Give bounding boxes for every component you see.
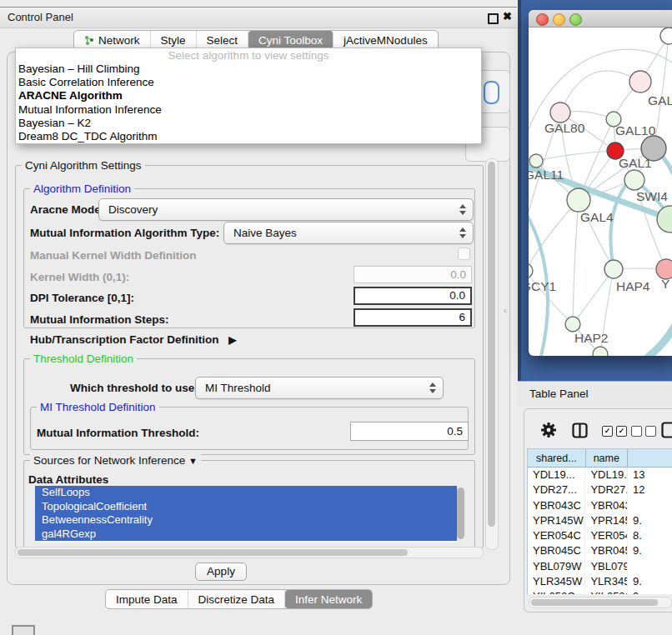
tab-select[interactable]: Select xyxy=(197,31,249,49)
hub-section-label: Hub/Transcription Factor Definition xyxy=(30,333,219,346)
network-node-gal80[interactable] xyxy=(550,102,570,122)
node-label-hap4: HAP4 xyxy=(616,279,650,293)
combo-focus-spinner[interactable] xyxy=(484,81,499,104)
table-cell: YBL079W xyxy=(585,559,628,574)
unchecked-pair-icon[interactable] xyxy=(631,426,656,437)
column-header-name[interactable]: name xyxy=(586,449,628,468)
checkbox-checked-icon: ✓ xyxy=(602,426,613,437)
network-view-window[interactable]: GALGAL80GAL10GAL1GAL11SWI4GAL4GCY1HAP4YH… xyxy=(529,10,672,356)
splitter-handle-icon[interactable]: ‹ xyxy=(504,305,507,315)
algorithm-option-list: Bayesian – Hill ClimbingBasic Correlatio… xyxy=(16,62,481,143)
checked-pair-icon[interactable]: ✓ ✓ xyxy=(602,426,627,437)
network-node-gal[interactable] xyxy=(629,71,651,92)
aracne-mode-select[interactable]: Discovery xyxy=(98,198,474,221)
node-table[interactable]: shared...name YDL19...YDL19...13YDR27...… xyxy=(527,448,672,594)
table-cell: 9. xyxy=(628,589,672,594)
mi-threshold-input[interactable]: 0.5 xyxy=(350,422,469,441)
mi-steps-input[interactable]: 6 xyxy=(354,308,472,327)
network-node-gal4[interactable] xyxy=(567,188,590,212)
data-attributes-list[interactable]: SelfLoopsTopologicalCoefficientBetweenne… xyxy=(35,486,457,542)
collapse-arrow-icon[interactable]: ▼ xyxy=(188,456,198,466)
which-threshold-label: Which threshold to use: xyxy=(70,382,198,394)
table-row[interactable]: YBR043CYBR043C xyxy=(528,498,672,513)
tab-style[interactable]: Style xyxy=(151,31,197,49)
kernel-width-label: Kernel Width (0,1): xyxy=(30,271,129,283)
bottom-tab-infer-network[interactable]: Infer Network xyxy=(285,590,372,608)
settings-vscrollbar[interactable] xyxy=(485,158,499,550)
table-hscrollbar[interactable] xyxy=(529,597,672,608)
tab-network[interactable]: Network xyxy=(74,31,151,49)
mi-type-select[interactable]: Naive Bayes xyxy=(223,222,474,244)
close-icon[interactable]: ✖ xyxy=(503,10,512,22)
column-header-shared[interactable]: shared... xyxy=(528,449,586,468)
network-node[interactable] xyxy=(593,347,608,356)
attribute-item-topologicalcoefficient[interactable]: TopologicalCoefficient xyxy=(35,500,457,514)
table-row[interactable]: YDL19...YDL19...13 xyxy=(528,468,672,482)
minimize-traffic-light-icon[interactable] xyxy=(553,13,565,26)
table-hscrollbar-thumb[interactable] xyxy=(531,599,658,606)
table-cell: YPR145W xyxy=(528,513,585,528)
algorithm-option-bayesian-hill-climbing[interactable]: Bayesian – Hill Climbing xyxy=(16,62,481,76)
attribute-item-gal4rgexp[interactable]: gal4RGexp xyxy=(35,528,457,542)
control-panel-titlebar: Control Panel ✖ xyxy=(0,7,517,28)
aracne-mode-value: Discovery xyxy=(108,199,158,220)
settings-hscrollbar-thumb[interactable] xyxy=(18,549,408,556)
gear-icon[interactable] xyxy=(540,422,557,438)
spinner-arrows-icon xyxy=(459,227,467,239)
manual-kernel-checkbox[interactable] xyxy=(458,248,470,260)
zoom-traffic-light-icon[interactable] xyxy=(569,13,582,26)
bottom-tab-impute-data[interactable]: Impute Data xyxy=(106,590,188,608)
table-cell: YBR045C xyxy=(528,543,585,558)
table-row[interactable]: YIL052CYIL052C9. xyxy=(528,589,672,594)
page-icon[interactable] xyxy=(661,422,672,438)
settings-vscrollbar-thumb[interactable] xyxy=(488,162,495,527)
network-node-gal1[interactable] xyxy=(624,170,644,190)
algorithm-option-basic-correlation-inference[interactable]: Basic Correlation Inference xyxy=(16,76,481,89)
attribute-item-selfloops[interactable]: SelfLoops xyxy=(35,486,457,500)
dpi-tolerance-input[interactable]: 0.0 xyxy=(354,287,472,305)
bottom-tab-discretize-data[interactable]: Discretize Data xyxy=(188,590,286,608)
algorithm-option-bayesian-k2[interactable]: Bayesian – K2 xyxy=(16,117,481,130)
network-graph-canvas[interactable]: GALGAL80GAL10GAL1GAL11SWI4GAL4GCY1HAP4YH… xyxy=(529,28,672,356)
algorithm-option-dream8-dc-tdc-algorithm[interactable]: Dream8 DC_TDC Algorithm xyxy=(16,130,481,143)
column-header-2[interactable] xyxy=(628,449,672,468)
table-row[interactable]: YER054CYER054C8. xyxy=(528,528,672,543)
apply-button[interactable]: Apply xyxy=(195,562,247,581)
columns-icon[interactable] xyxy=(572,422,588,438)
table-row[interactable]: YDR27...YDR27...12 xyxy=(528,482,672,498)
table-row[interactable]: YLR345WYLR345W9. xyxy=(528,574,672,589)
table-cell: 9. xyxy=(628,574,672,589)
attribute-item-betweennesscentrality[interactable]: BetweennessCentrality xyxy=(35,513,457,528)
sources-section-toggle[interactable]: Sources for Network Inference ▼ xyxy=(30,454,201,467)
tab-jactivemnodules[interactable]: jActiveMNodules xyxy=(333,31,438,49)
table-row[interactable]: YBR045CYBR045C9. xyxy=(528,543,672,558)
network-node-gcy1[interactable] xyxy=(529,263,533,278)
algorithm-option-mutual-information-inference[interactable]: Mutual Information Inference xyxy=(16,103,481,117)
network-node-swi4[interactable] xyxy=(657,206,672,232)
network-window-titlebar[interactable] xyxy=(529,10,672,28)
attributes-vscrollbar-thumb[interactable] xyxy=(457,488,464,539)
kernel-width-input[interactable]: 0.0 xyxy=(354,266,472,283)
node-label-hap2: HAP2 xyxy=(574,331,609,345)
network-node-gal11[interactable] xyxy=(529,154,543,168)
algorithm-option-aracne-algorithm[interactable]: ARACNE Algorithm xyxy=(16,89,481,102)
close-traffic-light-icon[interactable] xyxy=(536,13,549,26)
network-node-hap2[interactable] xyxy=(565,317,580,332)
hub-section-toggle[interactable]: Hub/Transcription Factor Definition ▶ xyxy=(30,333,237,346)
table-row[interactable]: YPR145WYPR145W9. xyxy=(528,513,672,528)
table-cell: 13 xyxy=(628,468,672,482)
tab-cyni-toolbox[interactable]: Cyni Toolbox xyxy=(248,31,333,49)
control-panel-title: Control Panel xyxy=(8,8,73,28)
manual-kernel-label: Manual Kernel Width Definition xyxy=(30,249,196,262)
which-threshold-select[interactable]: MI Threshold xyxy=(195,377,444,399)
table-panel-titlebar: Table Panel xyxy=(518,381,672,407)
expand-arrow-icon[interactable]: ▶ xyxy=(228,334,236,346)
network-node-hap4[interactable] xyxy=(604,260,623,278)
float-icon[interactable] xyxy=(488,13,499,24)
table-row[interactable]: YBL079WYBL079W xyxy=(528,559,672,574)
settings-hscrollbar[interactable] xyxy=(15,547,484,558)
mi-type-value: Naive Bayes xyxy=(233,222,297,243)
network-node[interactable] xyxy=(660,28,672,44)
minimized-panel-icon[interactable] xyxy=(12,625,35,635)
mi-steps-label: Mutual Information Steps: xyxy=(30,313,169,326)
